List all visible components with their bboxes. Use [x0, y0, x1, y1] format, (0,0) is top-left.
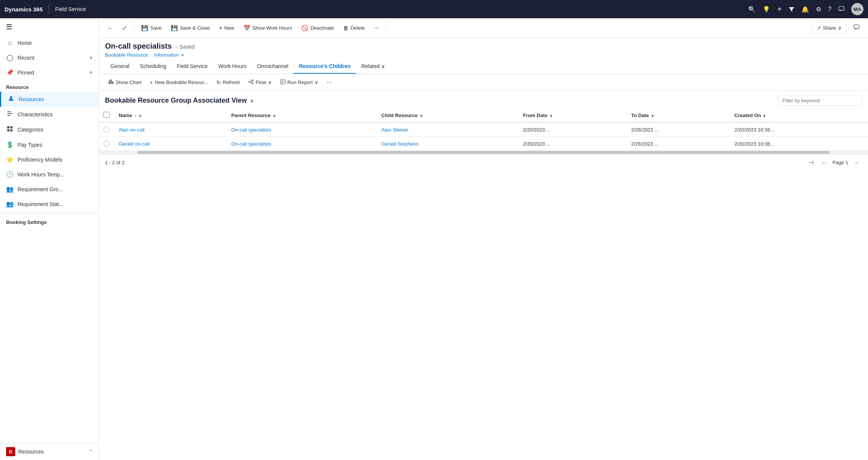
col-from-chevron-icon: ∨: [550, 114, 552, 118]
tab-scheduling[interactable]: Scheduling: [135, 59, 172, 74]
row-1-checkbox[interactable]: [103, 127, 110, 133]
new-bookable-button[interactable]: + New Bookable Resour...: [146, 78, 211, 87]
new-button[interactable]: + New: [215, 22, 238, 34]
col-parent-resource[interactable]: Parent Resource ∨: [227, 109, 377, 122]
chat-icon-toolbar[interactable]: [850, 22, 863, 34]
gear-icon[interactable]: ⚙: [816, 6, 821, 13]
row-2-child[interactable]: Gerald Stephens: [377, 137, 518, 151]
subview-toolbar: Show Chart + New Bookable Resour... ↻ Re…: [99, 74, 868, 91]
row-1-child[interactable]: Alan Steiner: [377, 122, 518, 137]
brand-name: Dynamics 365: [5, 6, 43, 13]
pagination: 1 - 2 of 2 ⊣ ← Page 1 →: [99, 154, 868, 171]
expand-button[interactable]: ⤢: [118, 22, 131, 34]
sidebar-item-work-hours-temp[interactable]: 🕐 Work Hours Temp...: [0, 167, 99, 182]
question-icon[interactable]: ?: [828, 6, 831, 13]
tab-general[interactable]: General: [105, 59, 135, 74]
related-chevron-icon: ∨: [381, 63, 385, 69]
col-child-resource[interactable]: Child Resource ∨: [377, 109, 518, 122]
work-hours-icon: 🕐: [6, 171, 14, 178]
main-content: ← ⤢ 💾 Save 💾 Save & Close + New 📅 Show W…: [99, 18, 868, 460]
col-name-label: Name: [119, 113, 132, 118]
col-to-date[interactable]: To Date ∨: [626, 109, 730, 122]
more-icon: ⋯: [374, 25, 379, 31]
svg-rect-10: [109, 81, 110, 84]
delete-icon: 🗑: [343, 25, 349, 31]
back-button[interactable]: ←: [103, 22, 117, 33]
tab-resources-children[interactable]: Resource's Children: [294, 59, 356, 74]
show-chart-label: Show Chart: [116, 79, 141, 85]
deactivate-button[interactable]: 🚫 Deactivate: [297, 22, 337, 34]
breadcrumb-chevron-icon[interactable]: ∨: [181, 52, 184, 57]
sidebar-item-resources[interactable]: Resources: [0, 92, 99, 107]
avatar[interactable]: MA: [851, 3, 863, 15]
characteristics-icon: [6, 111, 14, 118]
row-1-name[interactable]: Alan on-call: [114, 122, 227, 137]
sidebar-item-proficiency[interactable]: ⭐ Proficiency Models: [0, 152, 99, 167]
row-2-parent[interactable]: On-call specialists: [227, 137, 377, 151]
plus-icon[interactable]: +: [777, 5, 782, 14]
pagination-controls: ⊣ ← Page 1 →: [806, 158, 862, 167]
breadcrumb-link-1[interactable]: Bookable Resource: [105, 52, 148, 58]
svg-point-14: [252, 79, 253, 81]
share-button[interactable]: ↗ Share ∨: [812, 22, 847, 33]
sidebar-item-recent[interactable]: ◯ Recent ∨: [0, 50, 99, 65]
refresh-button[interactable]: ↻ Refresh: [213, 78, 244, 87]
sidebar-item-label: Categories: [17, 127, 92, 133]
tab-omnichannel[interactable]: Omnichannel: [252, 59, 294, 74]
save-close-icon: 💾: [171, 25, 178, 32]
save-close-button[interactable]: 💾 Save & Close: [167, 22, 214, 34]
sidebar-item-label: Pay Types: [17, 142, 92, 148]
expand-icon: ⤢: [122, 25, 127, 32]
row-1-parent[interactable]: On-call specialists: [227, 122, 377, 137]
sidebar-item-pay-types[interactable]: 💲 Pay Types: [0, 137, 99, 152]
pinned-resources-icon: R: [6, 447, 15, 456]
col-name[interactable]: Name ↑ ∨: [114, 109, 227, 122]
run-report-button[interactable]: Run Report ∨: [277, 77, 322, 87]
chat-icon[interactable]: [838, 6, 844, 12]
save-button[interactable]: 💾 Save: [137, 22, 165, 34]
select-all-checkbox[interactable]: [103, 112, 110, 118]
scrollbar-thumb[interactable]: [137, 151, 830, 154]
col-to-label: To Date: [631, 113, 649, 118]
flow-button[interactable]: Flow ∨: [245, 77, 275, 87]
row-2-name[interactable]: Gerald on-call: [114, 137, 227, 151]
svg-rect-8: [10, 129, 13, 132]
svg-rect-9: [854, 25, 859, 29]
col-created-on[interactable]: Created On ∨: [730, 109, 868, 122]
filter-icon[interactable]: [789, 6, 795, 12]
sidebar-item-requirement-stat[interactable]: 👥 Requirement Stat...: [0, 197, 99, 211]
search-icon[interactable]: 🔍: [748, 6, 756, 13]
lightbulb-icon[interactable]: 💡: [763, 6, 770, 13]
sidebar-item-characteristics[interactable]: Characteristics: [0, 107, 99, 122]
prev-page-button[interactable]: ←: [819, 159, 830, 167]
more-button[interactable]: ⋯: [370, 23, 383, 33]
sidebar-pinned-resources[interactable]: R Resources ⌃: [0, 443, 99, 460]
row-2-checkbox[interactable]: [103, 141, 110, 147]
sidebar-item-home[interactable]: ⌂ Home: [0, 36, 99, 50]
svg-point-13: [249, 81, 250, 82]
delete-button[interactable]: 🗑 Delete: [339, 22, 369, 33]
sidebar-item-pinned[interactable]: 📌 Pinned ∨: [0, 65, 99, 80]
tab-related[interactable]: Related ∨: [356, 59, 390, 74]
hamburger-icon[interactable]: ☰: [0, 18, 99, 36]
next-page-button[interactable]: →: [851, 159, 862, 167]
row-1-from-date: 2/20/2023 ...: [518, 122, 627, 137]
sidebar-item-requirement-gro[interactable]: 👥 Requirement Gro...: [0, 182, 99, 197]
show-work-hours-button[interactable]: 📅 Show Work Hours: [240, 22, 296, 34]
first-page-button[interactable]: ⊣: [806, 158, 816, 167]
breadcrumb-link-2[interactable]: Information: [154, 52, 179, 58]
horizontal-scrollbar[interactable]: [99, 151, 868, 154]
section-header-resource: Resource: [0, 80, 99, 92]
show-chart-button[interactable]: Show Chart: [105, 77, 145, 87]
tab-work-hours[interactable]: Work Hours: [213, 59, 252, 74]
svg-rect-11: [111, 79, 112, 84]
subview-more-button[interactable]: ⋯: [323, 78, 335, 87]
bell-icon[interactable]: 🔔: [801, 6, 809, 13]
col-from-date[interactable]: From Date ∨: [518, 109, 627, 122]
filter-keyword-input[interactable]: [778, 95, 862, 106]
view-title-chevron-icon[interactable]: ∨: [250, 98, 254, 104]
sidebar-item-categories[interactable]: Categories: [0, 122, 99, 137]
tab-field-service[interactable]: Field Service: [172, 59, 213, 74]
categories-icon: [6, 126, 14, 133]
share-chevron-icon: ∨: [838, 25, 842, 31]
